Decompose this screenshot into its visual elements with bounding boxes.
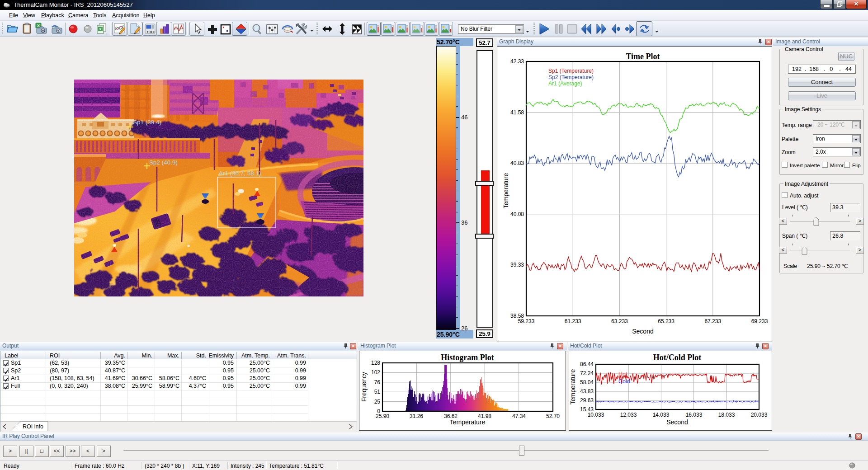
svg-text:ROI info: ROI info	[23, 423, 43, 430]
svg-text:Time Plot: Time Plot	[626, 52, 660, 61]
svg-text:58.04: 58.04	[580, 379, 594, 385]
svg-text:43.83: 43.83	[580, 388, 594, 395]
svg-text:Second: Second	[632, 328, 653, 335]
svg-text:Temperature: Temperature	[569, 369, 576, 404]
svg-text:65.233: 65.233	[658, 318, 675, 324]
svg-text:52.70: 52.70	[546, 413, 560, 419]
svg-text:40.83: 40.83	[510, 160, 524, 166]
svg-text:,: ,	[106, 30, 108, 35]
svg-text:12.033: 12.033	[620, 412, 637, 418]
svg-text:10.033: 10.033	[588, 412, 604, 418]
svg-text:Hot: Hot	[618, 371, 627, 377]
svg-text:67.233: 67.233	[704, 318, 721, 324]
svg-text:16.033: 16.033	[686, 412, 703, 418]
svg-text:31.26: 31.26	[410, 413, 423, 419]
svg-text:25.90: 25.90	[376, 413, 389, 419]
svg-text:51: 51	[374, 389, 381, 395]
svg-text:Sp2 (40.9): Sp2 (40.9)	[149, 159, 178, 166]
svg-text:128: 128	[371, 360, 380, 366]
svg-text:25: 25	[374, 399, 381, 405]
svg-text:18.033: 18.033	[718, 412, 735, 418]
svg-text:14.033: 14.033	[653, 412, 670, 418]
svg-text:Histogram Plot: Histogram Plot	[441, 353, 494, 362]
svg-text:Frequency: Frequency	[360, 372, 368, 402]
svg-text:59.233: 59.233	[518, 318, 535, 324]
svg-text:72.24: 72.24	[580, 370, 594, 376]
svg-text:Hot/Cold Plot: Hot/Cold Plot	[653, 353, 702, 362]
svg-text:41.58: 41.58	[510, 109, 524, 116]
svg-text:Second: Second	[666, 418, 688, 426]
svg-text:42.33: 42.33	[510, 58, 524, 65]
svg-text:76: 76	[374, 379, 381, 385]
svg-text:Sp1 (39.4): Sp1 (39.4)	[133, 119, 161, 126]
svg-text:102: 102	[371, 369, 380, 376]
svg-text:20.033: 20.033	[751, 412, 768, 418]
svg-text:29.63: 29.63	[580, 397, 594, 404]
svg-text:69.233: 69.233	[751, 318, 768, 324]
svg-text:X: X	[99, 27, 102, 31]
svg-text:Temperature: Temperature	[502, 173, 509, 208]
svg-text:Cold: Cold	[618, 378, 630, 385]
svg-text:86.44: 86.44	[580, 361, 594, 367]
svg-text:39.33: 39.33	[510, 262, 524, 268]
svg-text:47.34: 47.34	[512, 413, 526, 419]
svg-text:Ar1 (30.7, 58.1): Ar1 (30.7, 58.1)	[219, 170, 261, 177]
svg-text:Temperature: Temperature	[450, 418, 486, 426]
svg-text:Sp2 (Temperature): Sp2 (Temperature)	[548, 74, 594, 80]
svg-text:Ar1 (Average): Ar1 (Average)	[548, 80, 582, 87]
svg-text:40.08: 40.08	[510, 211, 524, 217]
svg-text:Sp1 (Temperature): Sp1 (Temperature)	[548, 68, 594, 74]
svg-text:63.233: 63.233	[611, 318, 628, 324]
svg-text:61.233: 61.233	[565, 318, 581, 324]
